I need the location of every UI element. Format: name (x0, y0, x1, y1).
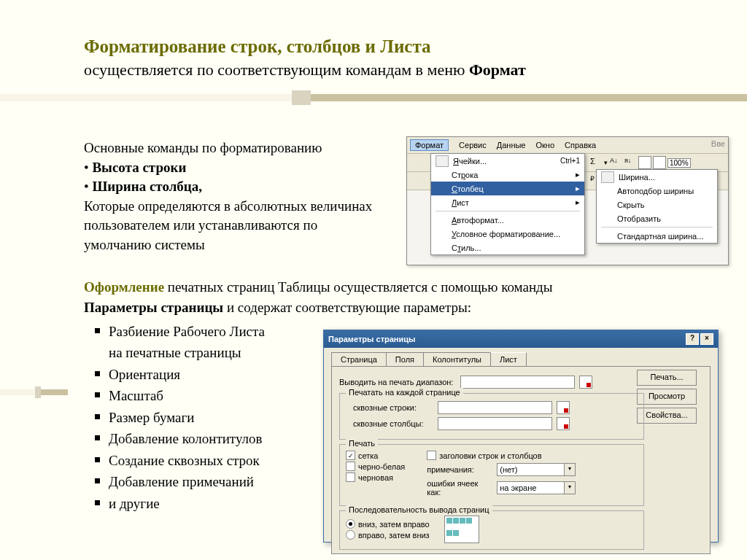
down-right-radio[interactable]: вниз, затем вправо (346, 519, 430, 529)
close-button[interactable]: × (700, 333, 713, 345)
left-text-block: Основные команды по форматированию • Выс… (84, 139, 383, 255)
sm-autofit[interactable]: Автоподбор ширины (597, 184, 717, 198)
menu-screenshot: Формат Сервис Данные Окно Справка Вве Σ … (406, 136, 729, 265)
range-picker-icon[interactable] (579, 376, 592, 389)
dd-column[interactable]: Столбец▸ (431, 182, 584, 195)
bw-checkbox[interactable]: черно-белая (346, 462, 405, 471)
column-submenu: Ширина... Автоподбор ширины Скрыть Отобр… (596, 169, 718, 244)
tab-page[interactable]: Страница (331, 352, 387, 366)
range-label: Выводить на печать диапазон: (339, 378, 456, 386)
sm-width[interactable]: Ширина... (597, 170, 717, 184)
dialog-titlebar: Параметры страницы ? × (324, 330, 718, 348)
range-input[interactable] (460, 376, 575, 389)
menu-format[interactable]: Формат (410, 139, 449, 151)
small-divider (0, 389, 68, 395)
ofor-paragraph: Оформление печатных страниц Таблицы осущ… (84, 277, 704, 317)
rows-picker-icon[interactable] (557, 401, 570, 414)
menu-data[interactable]: Данные (497, 141, 526, 149)
dd-conditional[interactable]: Условное форматирование... (431, 227, 584, 241)
format-dropdown: Ячейки...Ctrl+1 Строка▸ Столбец▸ Лист▸ А… (430, 153, 585, 255)
headers-checkbox[interactable]: заголовки строк и столбцов (427, 451, 576, 460)
grid-checkbox[interactable]: ✓сетка (346, 451, 405, 460)
print-button[interactable]: Печать... (637, 370, 697, 386)
help-button[interactable]: ? (686, 333, 699, 345)
chart-icon[interactable] (638, 156, 651, 169)
sort-asc-icon[interactable]: A↓ (609, 156, 622, 169)
right-down-radio[interactable]: вправо, затем вниз (346, 530, 430, 540)
through-cols-input[interactable] (438, 417, 552, 430)
dd-row-item[interactable]: Строка▸ (431, 168, 584, 182)
dd-autoformat[interactable]: Автоформат... (431, 213, 584, 227)
order-group: Последовательность вывода страниц вниз, … (339, 510, 644, 550)
sm-show[interactable]: Отобразить (597, 211, 717, 225)
dd-style[interactable]: Стиль... (431, 241, 584, 254)
drawing-icon[interactable] (653, 156, 666, 169)
cells-icon (436, 155, 449, 167)
menu-help[interactable]: Справка (565, 141, 596, 149)
tab-fields[interactable]: Поля (386, 352, 424, 366)
print-group: Печать ✓сетка черно-белая черновая загол… (339, 444, 644, 506)
menu-service[interactable]: Сервис (459, 141, 487, 149)
dd-sheet[interactable]: Лист▸ (431, 195, 584, 209)
through-rows-input[interactable] (438, 401, 552, 414)
menubar: Формат Сервис Данные Окно Справка Вве (407, 137, 728, 154)
each-page-group: Печатать на каждой странице сквозные стр… (339, 393, 644, 440)
page-order-icon (444, 516, 479, 543)
tab-headers[interactable]: Колонтитулы (423, 352, 491, 366)
sm-hide[interactable]: Скрыть (597, 198, 717, 211)
properties-button[interactable]: Свойства... (637, 408, 697, 424)
slide-title: Форматирование строк, столбцов и Листа (84, 36, 747, 57)
zoom-box[interactable]: 100% (667, 158, 691, 168)
page-setup-dialog: Параметры страницы ? × Страница Поля Кол… (323, 330, 719, 542)
parameters-list: Разбиение Рабочего Листа на печатные стр… (95, 321, 328, 514)
preview-button[interactable]: Просмотр (637, 389, 697, 405)
draft-checkbox[interactable]: черновая (346, 472, 405, 482)
dd-cells[interactable]: Ячейки...Ctrl+1 (431, 154, 584, 168)
width-icon (601, 171, 614, 183)
slide-subtitle: осуществляется по соответствующим команд… (84, 61, 747, 79)
sort-desc-icon[interactable]: я↓ (624, 156, 637, 169)
divider-rule (0, 94, 747, 101)
errors-combo[interactable]: на экране▾ (497, 481, 576, 494)
sum-icon[interactable]: Σ (589, 156, 603, 169)
notes-combo[interactable]: (нет)▾ (497, 463, 576, 476)
sm-std-width[interactable]: Стандартная ширина... (597, 229, 717, 243)
cols-picker-icon[interactable] (557, 417, 570, 430)
truncated-text: Вве (711, 139, 725, 148)
tab-sheet[interactable]: Лист (490, 352, 527, 366)
dialog-tabs: Страница Поля Колонтитулы Лист (331, 352, 718, 366)
menu-window[interactable]: Окно (536, 141, 555, 149)
